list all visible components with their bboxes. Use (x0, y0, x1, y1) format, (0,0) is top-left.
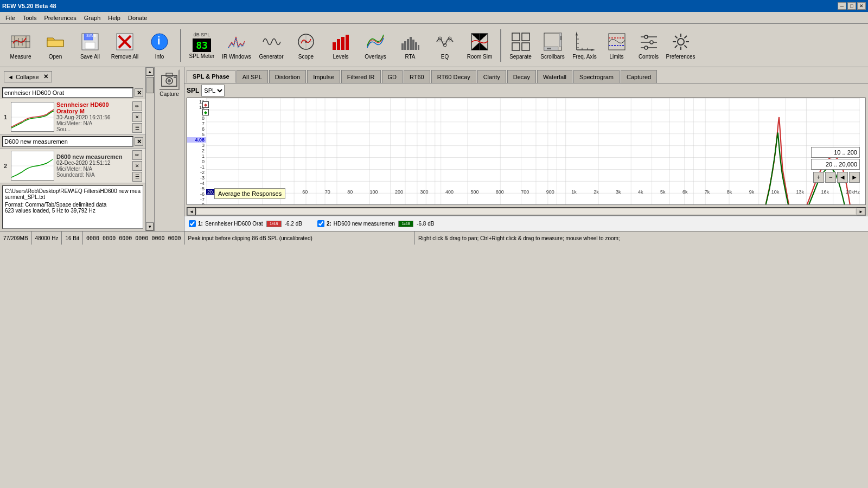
svg-line-71 (675, 36, 678, 38)
info-button[interactable]: i Info (143, 27, 176, 65)
measurement-1-more-btn[interactable]: ☰ (132, 123, 142, 133)
generator-button[interactable]: Generator (255, 27, 288, 65)
controls-button[interactable]: Controls (634, 27, 663, 65)
tab-gd[interactable]: GD (382, 70, 403, 83)
measurement-1-rename-close[interactable]: ✕ (135, 88, 143, 97)
tab-waterfall[interactable]: Waterfall (537, 70, 572, 83)
cursor-marker-2[interactable]: ◆ (202, 109, 209, 115)
collapse-button[interactable]: ◄ Collapse ✕ (4, 71, 52, 82)
remove-all-button[interactable]: Remove All (108, 27, 141, 65)
svg-rect-25 (407, 39, 409, 50)
limits-button[interactable]: Limits (602, 27, 631, 65)
tab-distortion[interactable]: Distortion (269, 70, 306, 83)
ir-windows-button[interactable]: IR Windows (220, 27, 253, 65)
h-scrollbar[interactable]: ◄ ► (187, 207, 866, 216)
scroll-left-btn[interactable]: ◄ (187, 208, 196, 215)
freq-axis-button[interactable]: Freq. Axis (570, 27, 599, 65)
range-2-input[interactable] (811, 159, 860, 170)
preferences-button[interactable]: Preferences (666, 27, 695, 65)
y-label-neg5: -5 (187, 186, 206, 191)
measurement-1-date: 30-Aug-2020 16:31:56 (56, 114, 131, 120)
open-button[interactable]: Open (39, 27, 72, 65)
x-label-200: 200 (395, 189, 403, 195)
tab-bar: SPL & Phase All SPL Distortion Impulse F… (184, 67, 868, 84)
scroll-thumb[interactable] (146, 77, 154, 93)
menu-graph[interactable]: Graph (81, 14, 104, 22)
scrollbars-label: Scrollbars (540, 54, 564, 60)
svg-rect-29 (418, 45, 419, 50)
legend-2-color-swatch[interactable]: 1/48 (398, 221, 413, 227)
menu-preferences[interactable]: Preferences (41, 14, 79, 22)
svg-rect-43 (547, 48, 551, 49)
scroll-up-btn[interactable]: ▲ (146, 67, 154, 76)
y-label-neg3: -3 (187, 175, 206, 181)
measurement-2-edit-btn[interactable]: ✏ (132, 150, 142, 160)
legend-1-checkbox[interactable] (189, 220, 196, 227)
room-sim-button[interactable]: Room Sim (463, 27, 496, 65)
measurement-item-2[interactable]: 2 D600 new measuremen 02-Dec-2020 21:51:… (0, 149, 145, 183)
chart-container[interactable]: ◆ ◆ (187, 98, 866, 205)
y-label-6: 6 (187, 126, 206, 132)
range-1-input[interactable] (811, 147, 860, 158)
collapse-arrow: ◄ (8, 74, 14, 80)
measurement-2-thumbnail (11, 151, 54, 181)
collapse-x[interactable]: ✕ (43, 73, 48, 80)
tab-all-spl[interactable]: All SPL (237, 70, 268, 83)
tab-rt60-decay[interactable]: RT60 Decay (431, 70, 476, 83)
menu-tools[interactable]: Tools (20, 14, 40, 22)
tab-decay[interactable]: Decay (507, 70, 536, 83)
zoom-right-btn[interactable]: ► (849, 172, 860, 183)
measurement-1-rename-input[interactable] (2, 87, 133, 98)
x-label-300: 300 (420, 189, 428, 195)
cursor-marker-1[interactable]: ◆ (202, 101, 209, 108)
legend-1-color-swatch[interactable]: 1/48 (266, 221, 282, 227)
zoom-left-btn[interactable]: ◄ (837, 172, 848, 183)
file-format: Format: Comma/Tab/Space delimited data (5, 202, 141, 208)
measurement-2-name: D600 new measuremen (56, 153, 131, 160)
spl-select[interactable]: SPL dBr (201, 85, 225, 97)
minimize-button[interactable]: ─ (838, 2, 846, 10)
tab-spectrogram[interactable]: Spectrogram (573, 70, 620, 83)
eq-button[interactable]: EQ (429, 27, 461, 65)
scroll-down-btn[interactable]: ▼ (146, 222, 154, 231)
spl-meter-button[interactable]: dB SPL 83 SPL Meter (186, 27, 218, 65)
zoom-controls: + − ◄ ► (811, 172, 860, 183)
separate-button[interactable]: Separate (506, 27, 535, 65)
svg-point-63 (644, 46, 648, 49)
y-label-3: 3 (187, 143, 206, 148)
capture-button[interactable] (159, 69, 180, 90)
scrollbars-button[interactable]: Scrollbars (538, 27, 567, 65)
measurement-2-more-btn[interactable]: ☰ (132, 172, 142, 182)
measurement-item-1[interactable]: 1 Sennheiser HD600 Oratory M 30-Aug-2020… (0, 99, 145, 135)
tab-filtered-ir[interactable]: Filtered IR (341, 70, 381, 83)
measurement-2-rename-input[interactable] (2, 136, 133, 147)
measurement-1-edit-btn[interactable]: ✏ (132, 101, 142, 111)
scope-button[interactable]: Scope (290, 27, 322, 65)
legend-2-checkbox[interactable] (317, 220, 324, 227)
menu-donate[interactable]: Donate (125, 14, 150, 22)
tab-clarity[interactable]: Clarity (477, 70, 506, 83)
tab-spl-phase[interactable]: SPL & Phase (187, 70, 235, 83)
tab-rt60[interactable]: RT60 (404, 70, 430, 83)
svg-rect-39 (522, 43, 529, 50)
zoom-in-btn[interactable]: + (813, 172, 824, 183)
zoom-out-btn[interactable]: − (825, 172, 836, 183)
menu-help[interactable]: Help (105, 14, 124, 22)
maximize-button[interactable]: □ (847, 2, 856, 10)
measurement-2-delete-btn[interactable]: ✕ (132, 161, 142, 171)
save-all-button[interactable]: SAVE Save All (74, 27, 106, 65)
tab-captured[interactable]: Captured (621, 70, 657, 83)
scroll-right-btn[interactable]: ► (857, 208, 865, 215)
rta-button[interactable]: RTA (394, 27, 426, 65)
levels-button[interactable]: Levels (324, 27, 357, 65)
x-label-30: 30 (235, 189, 240, 195)
x-label-40: 40 (257, 189, 263, 195)
left-panel-scrollbar[interactable]: ▲ ▼ (145, 67, 154, 231)
measurement-1-delete-btn[interactable]: ✕ (132, 112, 142, 122)
menu-file[interactable]: File (2, 14, 18, 22)
measurement-2-rename-close[interactable]: ✕ (135, 137, 143, 146)
tab-impulse[interactable]: Impulse (307, 70, 340, 83)
close-button[interactable]: ✕ (857, 2, 866, 10)
measure-button[interactable]: Measure (4, 27, 37, 65)
overlays-button[interactable]: Overlays (359, 27, 392, 65)
